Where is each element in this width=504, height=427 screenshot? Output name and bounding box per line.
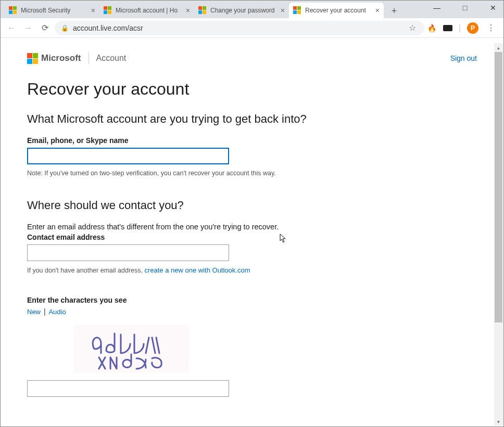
- ms-logo-icon: [198, 6, 207, 15]
- captcha-separator: |: [44, 307, 46, 316]
- question-contact: Where should we contact you?: [27, 199, 444, 212]
- captcha-label: Enter the characters you see: [27, 296, 444, 304]
- tab-close-icon[interactable]: ×: [186, 6, 190, 15]
- brand-name: Microsoft: [41, 53, 81, 63]
- captcha-image: [74, 325, 188, 373]
- tab-change-password[interactable]: Change your password ×: [194, 3, 289, 18]
- extension-area: 🔥 | P ⋮: [427, 22, 499, 34]
- url-text: account.live.com/acsr: [73, 24, 143, 32]
- new-tab-button[interactable]: +: [387, 4, 401, 18]
- scrollbar-thumb[interactable]: [495, 52, 502, 322]
- account-identifier-input[interactable]: [27, 148, 229, 164]
- scroll-down-arrow-icon[interactable]: ▾: [494, 417, 503, 426]
- site-header: Microsoft Account Sign out: [1, 43, 503, 70]
- microsoft-logo-icon: [27, 53, 38, 64]
- extension-flame-icon[interactable]: 🔥: [427, 23, 437, 33]
- contact-instruction: Enter an email address that's different …: [27, 223, 444, 231]
- page-title: Recover your account: [27, 80, 444, 99]
- two-step-hint: Note: If you've turned on two-step verif…: [27, 170, 444, 177]
- lock-icon: 🔒: [61, 24, 69, 32]
- tab-title: Microsoft account | Ho: [116, 7, 184, 14]
- ms-logo-icon: [293, 6, 301, 15]
- tab-ms-security[interactable]: Microsoft Security ×: [5, 3, 99, 18]
- extension-badge-icon[interactable]: [443, 25, 452, 31]
- chrome-menu-icon[interactable]: ⋮: [485, 23, 497, 33]
- tab-title: Change your password: [210, 7, 279, 14]
- tab-close-icon[interactable]: ×: [281, 6, 285, 15]
- create-outlook-link[interactable]: create a new one with Outlook.com: [144, 266, 250, 274]
- ms-logo-icon: [9, 6, 17, 15]
- tab-title: Recover your account: [305, 7, 373, 14]
- maximize-button[interactable]: □: [458, 3, 472, 13]
- captcha-audio-link[interactable]: Audio: [48, 308, 66, 316]
- captcha-new-link[interactable]: New: [27, 308, 41, 316]
- tab-close-icon[interactable]: ×: [375, 6, 380, 15]
- outlook-hint-text: If you don't have another email address,: [27, 267, 144, 274]
- captcha-input[interactable]: [27, 380, 229, 397]
- vertical-scrollbar[interactable]: ▴ ▾: [494, 43, 503, 426]
- reload-button[interactable]: ⟳: [38, 21, 52, 35]
- profile-avatar[interactable]: P: [467, 22, 478, 34]
- header-section: Account: [96, 54, 127, 63]
- window-controls: — □ ✕: [430, 3, 500, 13]
- forward-button[interactable]: →: [21, 21, 35, 35]
- address-bar[interactable]: 🔒 account.live.com/acsr ☆: [55, 21, 424, 35]
- page-viewport: Microsoft Account Sign out Recover your …: [1, 43, 503, 426]
- minimize-button[interactable]: —: [430, 3, 444, 13]
- tab-title: Microsoft Security: [21, 7, 89, 14]
- tab-close-icon[interactable]: ×: [91, 6, 95, 15]
- back-button[interactable]: ←: [5, 21, 18, 35]
- header-divider: [89, 53, 89, 64]
- ms-logo-icon: [104, 6, 112, 15]
- label-contact-email: Contact email address: [27, 233, 444, 241]
- contact-email-input[interactable]: [27, 244, 229, 261]
- tab-ms-account[interactable]: Microsoft account | Ho ×: [99, 3, 194, 18]
- tab-recover-account[interactable]: Recover your account ×: [289, 3, 384, 18]
- browser-tab-strip: Microsoft Security × Microsoft account |…: [1, 1, 503, 18]
- outlook-hint: If you don't have another email address,…: [27, 266, 444, 274]
- scroll-up-arrow-icon[interactable]: ▴: [494, 43, 503, 52]
- close-window-button[interactable]: ✕: [486, 3, 500, 13]
- sign-out-link[interactable]: Sign out: [450, 54, 477, 62]
- browser-toolbar: ← → ⟳ 🔒 account.live.com/acsr ☆ 🔥 | P ⋮: [1, 18, 503, 38]
- label-account-identifier: Email, phone, or Skype name: [27, 136, 444, 145]
- bookmark-star-icon[interactable]: ☆: [409, 23, 416, 33]
- question-account: What Microsoft account are you trying to…: [27, 112, 444, 126]
